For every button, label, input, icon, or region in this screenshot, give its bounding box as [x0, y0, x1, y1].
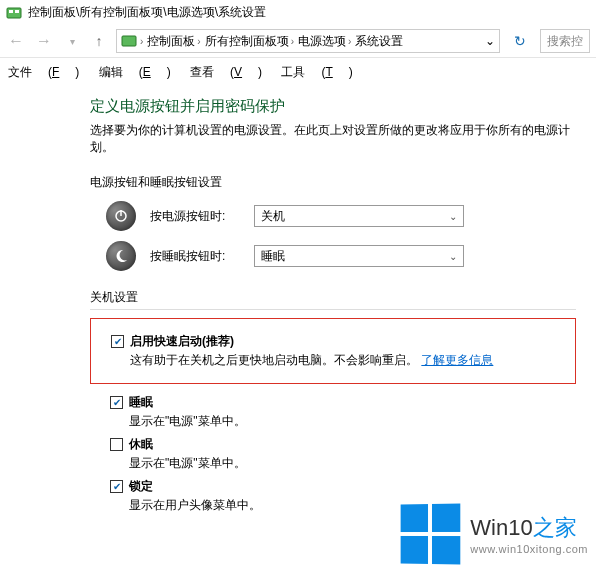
chevron-right-icon: ›	[291, 36, 294, 47]
refresh-button[interactable]: ↻	[508, 33, 532, 49]
chevron-down-icon: ⌄	[449, 211, 457, 222]
fast-startup-desc: 这有助于在关机之后更快地启动电脑。不会影响重启。	[130, 353, 418, 367]
power-button-label: 按电源按钮时:	[150, 208, 240, 225]
divider	[90, 309, 576, 310]
moon-icon	[106, 241, 136, 271]
menu-view[interactable]: 查看(V)	[190, 65, 262, 79]
shutdown-section-title: 关机设置	[90, 289, 576, 306]
history-dropdown[interactable]: ▾	[62, 36, 82, 47]
chevron-down-icon: ⌄	[449, 251, 457, 262]
hibernate-option-label: 休眠	[129, 436, 153, 453]
chevron-right-icon: ›	[197, 36, 200, 47]
window-title: 控制面板\所有控制面板项\电源选项\系统设置	[28, 4, 266, 21]
menu-edit[interactable]: 编辑(E)	[99, 65, 171, 79]
page-heading: 定义电源按钮并启用密码保护	[90, 97, 576, 116]
breadcrumb-item[interactable]: 系统设置	[354, 33, 404, 50]
address-bar[interactable]: › 控制面板 › 所有控制面板项 › 电源选项 › 系统设置 ⌄	[116, 29, 500, 53]
sleep-button-label: 按睡眠按钮时:	[150, 248, 240, 265]
menu-file[interactable]: 文件(F)	[8, 65, 79, 79]
back-button[interactable]: ←	[6, 32, 26, 50]
control-panel-icon	[6, 5, 22, 21]
breadcrumb-item[interactable]: 控制面板 ›	[146, 33, 201, 50]
sleep-checkbox[interactable]	[110, 396, 123, 409]
chevron-right-icon: ›	[348, 36, 351, 47]
hibernate-option-desc: 显示在"电源"菜单中。	[129, 455, 576, 472]
svg-rect-2	[15, 10, 19, 13]
fast-startup-label: 启用快速启动(推荐)	[130, 333, 234, 350]
page-description: 选择要为你的计算机设置的电源设置。在此页上对设置所做的更改将应用于你所有的电源计…	[90, 122, 576, 156]
watermark: Win10之家 www.win10xitong.com	[400, 504, 588, 564]
sleep-button-dropdown[interactable]: 睡眠 ⌄	[254, 245, 464, 267]
sleep-option-label: 睡眠	[129, 394, 153, 411]
power-button-dropdown[interactable]: 关机 ⌄	[254, 205, 464, 227]
section-buttons-sleep: 电源按钮和睡眠按钮设置	[90, 174, 576, 191]
sleep-option-desc: 显示在"电源"菜单中。	[129, 413, 576, 430]
highlight-box: 启用快速启动(推荐) 这有助于在关机之后更快地启动电脑。不会影响重启。 了解更多…	[90, 318, 576, 384]
menu-bar: 文件(F) 编辑(E) 查看(V) 工具(T)	[0, 58, 596, 87]
forward-button[interactable]: →	[34, 32, 54, 50]
menu-tools[interactable]: 工具(T)	[281, 65, 352, 79]
learn-more-link[interactable]: 了解更多信息	[421, 353, 493, 367]
up-button[interactable]: ↑	[90, 33, 108, 49]
fast-startup-checkbox[interactable]	[111, 335, 124, 348]
windows-logo-icon	[401, 504, 461, 565]
power-button-value: 关机	[261, 208, 285, 225]
lock-option-label: 锁定	[129, 478, 153, 495]
breadcrumb-item[interactable]: 所有控制面板项 ›	[204, 33, 295, 50]
breadcrumb-item[interactable]: 电源选项 ›	[297, 33, 352, 50]
lock-checkbox[interactable]	[110, 480, 123, 493]
svg-rect-3	[122, 36, 136, 46]
chevron-right-icon[interactable]: ›	[140, 36, 143, 47]
watermark-url: www.win10xitong.com	[470, 543, 588, 555]
search-placeholder: 搜索控	[547, 33, 583, 50]
search-input[interactable]: 搜索控	[540, 29, 590, 53]
sleep-button-value: 睡眠	[261, 248, 285, 265]
address-dropdown-icon[interactable]: ⌄	[485, 34, 495, 48]
power-icon	[106, 201, 136, 231]
hibernate-checkbox[interactable]	[110, 438, 123, 451]
control-panel-icon	[121, 33, 137, 49]
svg-rect-1	[9, 10, 13, 13]
